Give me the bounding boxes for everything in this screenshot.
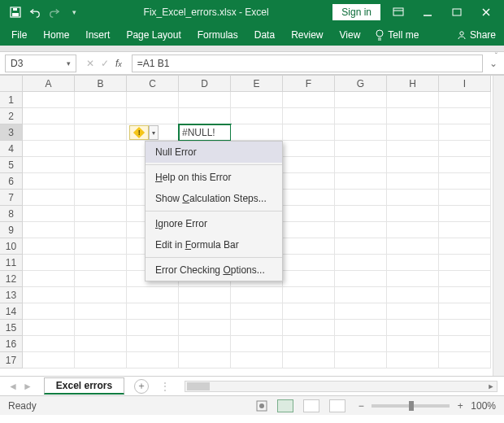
error-trace-button[interactable]: ! [129,125,149,140]
status-mode: Ready [8,400,37,412]
column-header[interactable]: F [283,76,335,92]
tab-file[interactable]: File [3,24,35,46]
column-header[interactable]: C [127,76,179,92]
zoom-slider[interactable] [371,404,450,408]
chevron-down-icon[interactable]: ▾ [67,59,71,68]
row-header[interactable]: 15 [0,320,23,336]
row-header[interactable]: 12 [0,271,23,287]
horizontal-scrollbar[interactable]: ◄ ► [185,381,497,392]
quick-access-toolbar: ▾ [0,7,80,18]
cancel-formula-icon[interactable]: ✕ [86,58,94,69]
worksheet-grid: A B C D E F G H I 1 2 3 4 5 6 7 8 9 10 1… [0,75,504,376]
tab-formulas[interactable]: Formulas [189,24,246,46]
menu-item-null-error[interactable]: Null Error [146,142,282,163]
row-header[interactable]: 1 [0,92,23,108]
sheet-prev-icon[interactable]: ◄ [8,381,18,392]
column-header[interactable]: E [231,76,283,92]
scroll-thumb[interactable] [187,382,210,390]
insert-function-icon[interactable]: fx [115,58,122,69]
zoom-handle[interactable] [409,401,414,411]
row-header[interactable]: 16 [0,336,23,352]
menu-item-edit-formula-bar[interactable]: Edit in Formula Bar [146,234,282,255]
sign-in-button[interactable]: Sign in [332,4,380,20]
row-header[interactable]: 6 [0,173,23,190]
zoom-out-button[interactable]: − [355,400,367,412]
tab-data[interactable]: Data [246,24,283,46]
share-label: Share [470,29,496,41]
column-headers: A B C D E F G H I [23,76,493,92]
cell-value: #NULL! [182,127,215,138]
enter-formula-icon[interactable]: ✓ [101,58,109,69]
record-macro-icon[interactable] [256,400,267,412]
row-header[interactable]: 14 [0,303,23,320]
svg-rect-6 [453,9,461,15]
row-header[interactable]: 2 [0,108,23,124]
zoom-value[interactable]: 100% [471,400,496,412]
row-header[interactable]: 8 [0,206,23,222]
row-header[interactable]: 5 [0,157,23,173]
menu-item-label: Null Error [155,146,197,158]
menu-item-ignore-error[interactable]: Ignore Error [146,213,282,234]
column-header[interactable]: H [387,76,439,92]
cell-D3[interactable]: #NULL! [179,124,231,141]
menu-separator [146,164,282,165]
name-box[interactable]: D3 ▾ [5,55,76,72]
tab-home[interactable]: Home [35,24,77,46]
column-header[interactable]: A [23,76,75,92]
view-normal-icon[interactable] [277,399,293,412]
app-name: Excel [245,7,268,18]
ribbon-collapse-icon[interactable]: ˇ [495,52,497,61]
view-page-break-icon[interactable] [329,399,345,412]
tell-me[interactable]: Tell me [368,29,425,41]
share-button[interactable]: Share [449,29,504,41]
ribbon-display-options-icon[interactable] [387,0,410,24]
error-trace-dropdown[interactable]: ▾ [149,125,159,140]
row-headers: 1 2 3 4 5 6 7 8 9 10 11 12 13 14 15 16 1… [0,92,23,368]
tab-insert[interactable]: Insert [77,24,118,46]
menu-item-help-on-error[interactable]: Help on this Error [146,167,282,188]
column-header[interactable]: D [179,76,231,92]
tab-page-layout[interactable]: Page Layout [118,24,189,46]
sheet-tab-active[interactable]: Excel errors [44,377,124,395]
close-icon[interactable] [475,0,497,24]
formula-bar-input[interactable]: =A1 B1 [132,55,483,72]
svg-rect-1 [12,13,19,16]
minimize-icon[interactable] [416,0,439,24]
share-icon [457,30,467,40]
zoom-control: − + 100% [355,400,496,412]
row-header[interactable]: 4 [0,141,23,157]
column-header[interactable]: I [439,76,491,92]
row-header[interactable]: 13 [0,287,23,303]
redo-icon[interactable] [49,7,60,18]
svg-point-14 [259,403,264,408]
vertical-scrollbar[interactable] [493,76,504,376]
zoom-in-button[interactable]: + [454,400,466,412]
tab-review[interactable]: Review [283,24,331,46]
menu-item-show-calc-steps[interactable]: Show Calculation Steps... [146,188,282,209]
menu-item-label: Ignore Error [155,218,207,229]
select-all-corner[interactable] [0,76,23,92]
row-header[interactable]: 7 [0,190,23,206]
menu-item-label: Help on this Error [155,172,231,183]
save-icon[interactable] [10,7,21,18]
sheet-next-icon[interactable]: ► [23,381,33,392]
row-header[interactable]: 11 [0,255,23,271]
tab-view[interactable]: View [332,24,369,46]
undo-icon[interactable] [29,7,41,18]
row-header[interactable]: 10 [0,238,23,255]
qat-customize-icon[interactable]: ▾ [68,7,80,18]
sheet-nav: ◄ ► [0,381,41,392]
svg-rect-2 [13,8,17,11]
column-header[interactable]: G [335,76,387,92]
row-header[interactable]: 17 [0,352,23,368]
scroll-right-icon[interactable]: ► [485,382,497,391]
svg-rect-3 [393,8,403,15]
new-sheet-button[interactable]: ＋ [134,379,149,394]
view-page-layout-icon[interactable] [303,399,319,412]
row-header[interactable]: 9 [0,222,23,238]
name-box-value: D3 [11,58,23,69]
maximize-icon[interactable] [445,0,468,24]
menu-item-error-checking-options[interactable]: Error Checking Options... [146,259,282,281]
column-header[interactable]: B [75,76,127,92]
row-header[interactable]: 3 [0,124,23,141]
